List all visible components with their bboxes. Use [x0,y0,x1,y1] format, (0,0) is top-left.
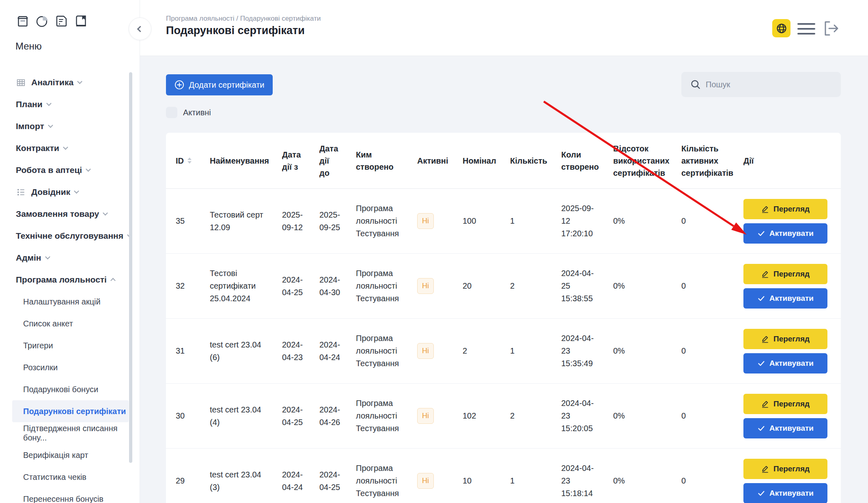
certificates-table: ID Найменування Дата дії з Дата дії до К… [166,133,841,503]
cell-name: Тестовий серт 12.09 [210,209,266,234]
sidebar-subnav-item[interactable]: Перенесення бонусів [0,488,140,503]
cell-date-from: 2024-04-23 [282,339,309,364]
sidebar-subnav-item[interactable]: Верифікація карт [0,444,140,466]
sidebar-nav-item[interactable]: Плани [0,93,140,115]
menu-icon[interactable] [797,23,815,35]
search-box [681,72,841,97]
view-button[interactable]: Перегляд [743,264,827,284]
table-row: 31 test cert 23.04 (6) 2024-04-23 2024-0… [166,319,841,384]
cell-created-at: 2025-09-12 17:20:10 [561,202,599,240]
sidebar-nav: Аналітика Плани Імпорт Контракти Робота … [0,71,140,503]
cell-id: 32 [176,280,185,292]
view-button[interactable]: Перегляд [743,394,827,414]
cell-created-at: 2024-04-23 15:35:49 [561,332,599,370]
active-filter-label: Активні [183,108,211,117]
check-icon [757,489,765,497]
sidebar-subnav-item[interactable]: Налаштування акцій [0,291,140,313]
sidebar-app-icons [15,14,88,28]
breadcrumb: Програма лояльності / Подарункові сертиф… [166,15,321,23]
cell-active-count: 0 [681,215,686,227]
sidebar-collapse-button[interactable] [129,17,151,40]
sort-icon[interactable] [187,158,192,164]
active-filter-checkbox[interactable] [166,107,177,118]
table-row: 35 Тестовий серт 12.09 2025-09-12 2025-0… [166,189,841,254]
sidebar: Меню Аналітика Плани Імпорт Контракти Ро… [0,0,140,503]
cell-active-count: 0 [681,345,686,357]
sidebar-subnav-item[interactable]: Подарункові сертифікати [12,400,129,422]
table-row: 29 test cert 23.04 (3) 2024-04-24 2024-0… [166,449,841,503]
cell-id: 30 [176,410,185,422]
table-column-header: Номінал [463,133,510,188]
sidebar-subnav-item[interactable]: Список анкет [0,313,140,335]
cell-created-by: Програма лояльності Тестування [356,267,412,305]
sidebar-subnav-item[interactable]: Статистика чеків [0,466,140,488]
table-column-header: Дата дії до [319,133,356,188]
sidebar-subnav-item[interactable]: Подарункові бонуси [0,378,140,400]
sidebar-nav-item[interactable]: Технічне обслуговування [0,225,140,247]
cell-percent-used: 0% [613,475,625,487]
add-certificates-button[interactable]: Додати сертифікати [166,74,273,95]
cell-date-from: 2024-04-25 [282,404,309,429]
table-row: 32 Тестові сертифікати 25.04.2024 2024-0… [166,254,841,319]
activate-button[interactable]: Активувати [743,223,827,244]
table-column-header: Кількість активних сертифікатів [681,133,743,188]
document-icon[interactable] [54,14,69,28]
globe-icon [776,23,787,34]
sidebar-nav-item[interactable]: Програма лояльності [0,269,140,291]
sidebar-nav-item[interactable]: Замовлення товару [0,203,140,225]
cell-id: 31 [176,345,185,357]
cell-created-at: 2024-04-25 15:38:55 [561,267,599,305]
cell-date-from: 2024-04-25 [282,274,309,299]
view-button[interactable]: Перегляд [743,329,827,349]
pie-chart-icon[interactable] [35,14,50,28]
book-icon[interactable] [74,14,88,28]
sidebar-subnav-item[interactable]: Підтвердження списання бону... [0,422,140,444]
sidebar-nav-item[interactable]: Аналітика [0,71,140,93]
sidebar-nav-item[interactable]: Контракти [0,137,140,159]
cell-name: Тестові сертифікати 25.04.2024 [210,267,266,305]
cell-created-by: Програма лояльності Тестування [356,202,412,240]
sidebar-subnav-item[interactable]: Тригери [0,335,140,356]
cell-percent-used: 0% [613,345,625,357]
table-body: 35 Тестовий серт 12.09 2025-09-12 2025-0… [166,189,841,503]
cell-created-at: 2024-04-23 15:18:14 [561,462,599,500]
archive-icon[interactable] [15,14,30,28]
check-icon [757,424,765,432]
sidebar-nav-item[interactable]: Робота в аптеці [0,159,140,181]
page-title: Подарункові сертифікати [166,24,305,37]
sidebar-subnav-item[interactable]: Розсилки [0,356,140,378]
search-input[interactable] [706,80,827,89]
sidebar-menu-title: Меню [15,41,42,52]
sidebar-scrollbar[interactable] [129,72,132,463]
chevron-down-icon [63,145,68,150]
cell-active-count: 0 [681,280,686,292]
table-row: 30 test cert 23.04 (4) 2024-04-25 2024-0… [166,384,841,449]
active-status-badge: Ні [417,343,434,359]
activate-button[interactable]: Активувати [743,288,827,309]
cell-active-count: 0 [681,475,686,487]
cell-date-to: 2025-09-25 [319,209,345,234]
activate-button[interactable]: Активувати [743,483,827,503]
sidebar-nav-item[interactable]: Довідник [0,181,140,203]
top-bar: Програма лояльності / Подарункові сертиф… [140,0,868,56]
activate-button[interactable]: Активувати [743,418,827,438]
table-column-header: Ким створено [356,133,417,188]
search-icon [690,79,701,90]
cell-date-from: 2025-09-12 [282,209,309,234]
table-column-header: Відсоток використаних сертифікатів [613,133,681,188]
chevron-down-icon [103,210,108,216]
sidebar-nav-item[interactable]: Адмін [0,247,140,269]
cell-date-to: 2024-04-24 [319,339,345,364]
table-header-row: ID Найменування Дата дії з Дата дії до К… [166,133,841,189]
main-area: Програма лояльності / Подарункові сертиф… [140,0,868,503]
view-button[interactable]: Перегляд [743,459,827,479]
language-globe-button[interactable] [772,19,790,37]
view-button[interactable]: Перегляд [743,199,827,219]
sidebar-nav-item[interactable]: Імпорт [0,115,140,137]
cell-quantity: 1 [510,215,515,227]
logout-button[interactable] [822,20,839,37]
cell-nominal: 20 [463,280,472,292]
active-status-badge: Ні [417,213,434,229]
activate-button[interactable]: Активувати [743,353,827,373]
edit-pencil-icon [761,205,769,213]
